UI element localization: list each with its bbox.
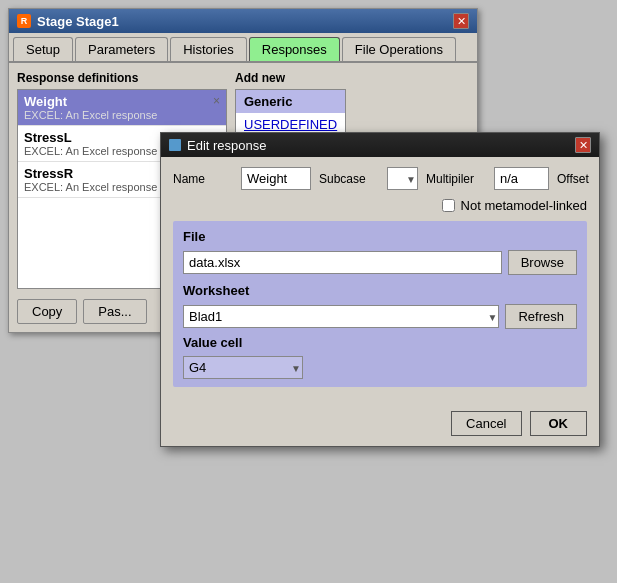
- offset-label: Offset: [557, 172, 617, 186]
- response-subtitle-stressl: EXCEL: An Excel response: [24, 145, 157, 157]
- file-section: File Browse Worksheet ▼ Refresh Value ce…: [173, 221, 587, 387]
- paste-button[interactable]: Pas...: [83, 299, 146, 324]
- close-button[interactable]: ✕: [453, 13, 469, 29]
- worksheet-label: Worksheet: [183, 283, 577, 298]
- response-subtitle-weight: EXCEL: An Excel response: [24, 109, 157, 121]
- edit-response-dialog: Edit response ✕ Name Subcase ▼ Multipile…: [160, 132, 600, 447]
- worksheet-row: ▼ Refresh: [183, 304, 577, 329]
- value-cell-input[interactable]: [183, 356, 303, 379]
- subcase-input-container: ▼: [387, 167, 418, 190]
- dialog-title-text: Edit response: [187, 138, 267, 153]
- dialog-content: Name Subcase ▼ Multipiler Offset Not met…: [161, 157, 599, 405]
- ok-button[interactable]: OK: [530, 411, 588, 436]
- name-subcase-row: Name Subcase ▼ Multipiler Offset: [173, 167, 587, 190]
- tab-file-operations[interactable]: File Operations: [342, 37, 456, 61]
- tab-responses[interactable]: Responses: [249, 37, 340, 61]
- dialog-title-bar: Edit response ✕: [161, 133, 599, 157]
- response-label-stressl: StressL: [24, 130, 157, 145]
- value-cell-section: Value cell ▼: [183, 335, 577, 379]
- name-input[interactable]: [241, 167, 311, 190]
- response-item-weight[interactable]: Weight EXCEL: An Excel response ×: [18, 90, 226, 126]
- app-icon: R: [17, 14, 31, 28]
- dialog-buttons: Cancel OK: [161, 405, 599, 446]
- copy-button[interactable]: Copy: [17, 299, 77, 324]
- tab-parameters[interactable]: Parameters: [75, 37, 168, 61]
- value-cell-label: Value cell: [183, 335, 577, 350]
- window-title: Stage Stage1: [37, 14, 119, 29]
- tab-histories[interactable]: Histories: [170, 37, 247, 61]
- value-cell-select-container: ▼: [183, 356, 303, 379]
- tab-bar: Setup Parameters Histories Responses Fil…: [9, 33, 477, 63]
- subcase-input[interactable]: [387, 167, 418, 190]
- worksheet-input[interactable]: [183, 305, 499, 328]
- response-label-stressr: StressR: [24, 166, 157, 181]
- file-section-label: File: [183, 229, 577, 244]
- cancel-button[interactable]: Cancel: [451, 411, 521, 436]
- response-subtitle-stressr: EXCEL: An Excel response: [24, 181, 157, 193]
- dialog-close-button[interactable]: ✕: [575, 137, 591, 153]
- metamodel-checkbox[interactable]: [442, 199, 455, 212]
- metamodel-label: Not metamodel-linked: [461, 198, 587, 213]
- add-generic-item[interactable]: Generic: [236, 90, 345, 113]
- tab-setup[interactable]: Setup: [13, 37, 73, 61]
- multiplier-input[interactable]: [494, 167, 549, 190]
- browse-button[interactable]: Browse: [508, 250, 577, 275]
- name-label: Name: [173, 172, 233, 186]
- add-new-header: Add new: [235, 71, 346, 85]
- remove-weight-button[interactable]: ×: [213, 94, 220, 108]
- title-bar: R Stage Stage1 ✕: [9, 9, 477, 33]
- dialog-icon: [169, 139, 181, 151]
- worksheet-select-container: ▼: [183, 305, 499, 328]
- file-row: Browse: [183, 250, 577, 275]
- file-input[interactable]: [183, 251, 502, 274]
- multiplier-label: Multipiler: [426, 172, 486, 186]
- metamodel-checkbox-row: Not metamodel-linked: [173, 198, 587, 213]
- response-label-weight: Weight: [24, 94, 157, 109]
- response-definitions-header: Response definitions: [17, 71, 227, 85]
- subcase-label: Subcase: [319, 172, 379, 186]
- refresh-button[interactable]: Refresh: [505, 304, 577, 329]
